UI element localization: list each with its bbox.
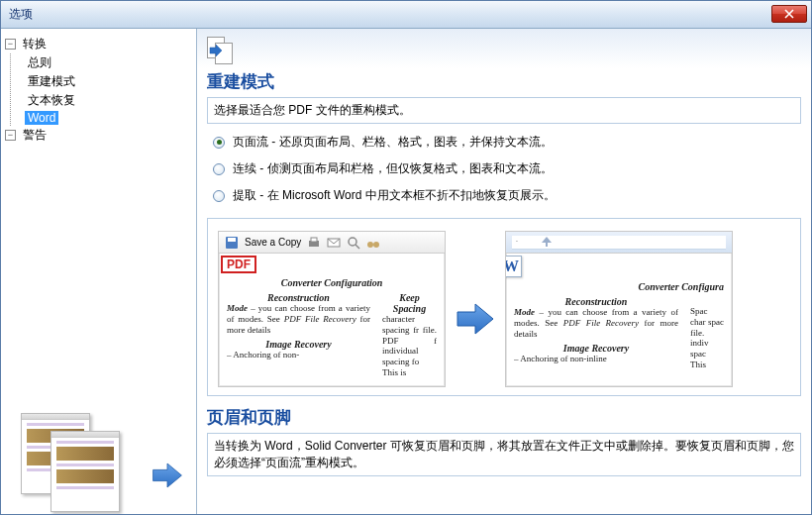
save-copy-label: Save a Copy [245, 237, 301, 248]
section-title-reconstruction: 重建模式 [207, 70, 801, 93]
tree-node-general[interactable]: 总则 [11, 53, 192, 72]
nav-tree: − 转换 总则 重建模式 文本恢复 Word − 警告 [5, 35, 192, 145]
close-icon [784, 9, 794, 19]
options-window: 选项 − 转换 总则 重建模式 文本恢复 Word − 警告 [0, 0, 812, 515]
radio-icon [213, 137, 225, 149]
svg-point-7 [373, 242, 379, 248]
binoculars-icon [366, 236, 380, 250]
search-icon [347, 236, 360, 250]
svg-rect-3 [311, 238, 317, 242]
tree-node-warnings[interactable]: − 警告 [5, 126, 192, 145]
save-icon [225, 236, 239, 250]
radio-label: 页面流 - 还原页面布局、栏格、格式，图表，并保持文本流。 [233, 134, 553, 151]
preview-word-pane: · W Converter Configura Reconstruction M… [505, 231, 733, 387]
radio-icon [213, 163, 225, 175]
radio-exact[interactable]: 提取 - 在 Microsoft Word 中用文本框不折不扣地恢复页展示。 [213, 187, 801, 204]
pdf-badge: PDF [221, 256, 256, 273]
tree-node-word[interactable]: Word [11, 110, 192, 126]
radio-icon [213, 190, 225, 202]
mail-icon [327, 236, 341, 250]
radio-label: 提取 - 在 Microsoft Word 中用文本框不折不扣地恢复页展示。 [233, 187, 556, 204]
main-panel: 重建模式 选择最适合您 PDF 文件的重构模式。 页面流 - 还原页面布局、栏格… [197, 29, 811, 514]
window-title: 选项 [9, 6, 33, 23]
arrow-icon [456, 302, 495, 336]
radio-continuous[interactable]: 连续 - 侦测页面布局和栏格，但仅恢复格式，图表和文本流。 [213, 160, 801, 177]
collapse-icon[interactable]: − [5, 130, 16, 141]
tree-label: 警告 [20, 127, 50, 144]
svg-point-5 [349, 238, 356, 246]
word-badge: W [505, 256, 522, 277]
preview-panel: Save a Copy PDF Converter Configuration [207, 218, 801, 396]
preview-heading: Converter Configura [514, 281, 724, 292]
tab-marker-icon [542, 237, 552, 247]
arrow-icon [152, 461, 183, 490]
section-description: 当转换为 Word，Solid Converter 可恢复页眉和页脚，将其放置在… [207, 433, 801, 476]
radio-label: 连续 - 侦测页面布局和栏格，但仅恢复格式，图表和文本流。 [233, 160, 553, 177]
tree-node-reconstruction[interactable]: 重建模式 [11, 72, 192, 91]
svg-rect-8 [546, 243, 548, 247]
preview-heading: Converter Configuration [227, 277, 437, 288]
svg-point-6 [367, 242, 373, 248]
collapse-icon[interactable]: − [5, 39, 16, 50]
sidebar: − 转换 总则 重建模式 文本恢复 Word − 警告 [1, 29, 197, 514]
tree-label: 转换 [20, 36, 50, 52]
tree-node-textrecovery[interactable]: 文本恢复 [11, 91, 192, 110]
svg-rect-1 [228, 238, 236, 242]
close-button[interactable] [771, 5, 807, 23]
radio-flowing[interactable]: 页面流 - 还原页面布局、栏格、格式，图表，并保持文本流。 [213, 134, 801, 151]
titlebar: 选项 [1, 1, 811, 29]
window-body: − 转换 总则 重建模式 文本恢复 Word − 警告 [1, 29, 811, 514]
preview-pdf-pane: Save a Copy PDF Converter Configuration [218, 231, 446, 387]
page-icon [207, 37, 237, 64]
thumbnail [51, 431, 120, 512]
section-title-headerfooter: 页眉和页脚 [207, 406, 801, 429]
print-icon [307, 236, 321, 250]
section-description: 选择最适合您 PDF 文件的重构模式。 [207, 97, 801, 124]
tree-node-convert[interactable]: − 转换 [5, 35, 192, 53]
sidebar-preview [1, 405, 189, 514]
